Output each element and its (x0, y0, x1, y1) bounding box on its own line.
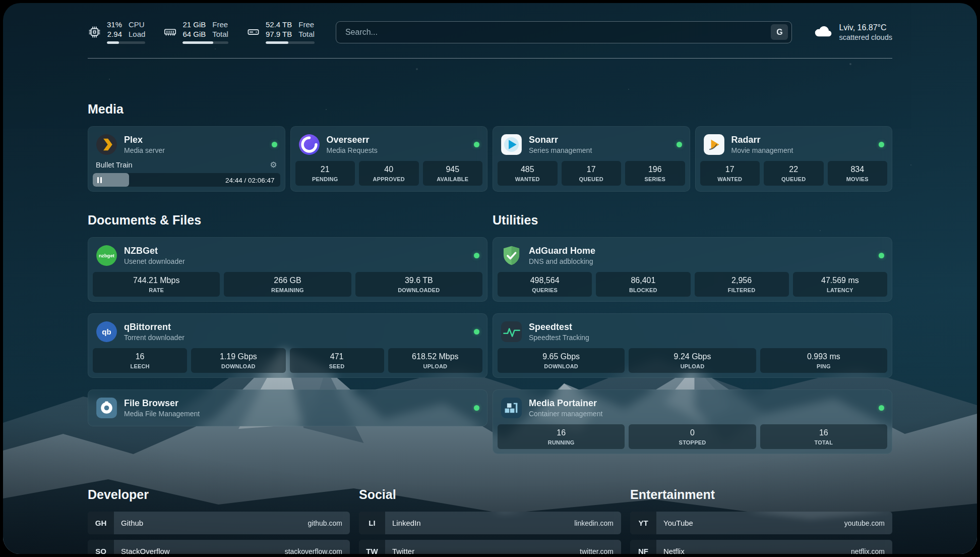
filebrowser-header[interactable]: File Browser Media File Management (93, 395, 482, 421)
bookmark-linkedin[interactable]: LI LinkedIn linkedin.com (359, 512, 621, 534)
service-name: Radarr (731, 135, 793, 145)
overseerr-icon (298, 134, 320, 155)
service-card-sonarr: Sonarr Series management 485 WANTED 17 Q… (493, 126, 690, 192)
cpu-load-value: 2.94 (107, 30, 122, 39)
service-card-adguard: AdGuard Home DNS and adblocking 498,564 … (493, 237, 892, 302)
speedtest-header[interactable]: Speedtest Speedtest Tracking (498, 318, 887, 348)
bookmark-twitter[interactable]: TW Twitter twitter.com (359, 540, 621, 554)
bookmark-github[interactable]: GH Github github.com (88, 512, 350, 534)
bookmark-abbr: LI (359, 512, 385, 534)
bookmark-youtube[interactable]: YT YouTube youtube.com (630, 512, 892, 534)
bookmark-abbr: NF (630, 540, 656, 554)
stat-approved: 40 APPROVED (359, 161, 419, 186)
service-description: Container management (529, 410, 602, 418)
status-dot (879, 253, 884, 258)
stat-stopped: 0 STOPPED (629, 424, 756, 449)
section-title-utilities: Utilities (493, 213, 892, 228)
bookmark-url: linkedin.com (574, 519, 621, 527)
weather-location: Lviv, 16.87°C (839, 23, 892, 32)
search-input[interactable] (344, 27, 771, 37)
now-playing-title: Bullet Train (96, 161, 133, 169)
section-documents: Documents & Files nzbget NZBGet Usenet d… (88, 213, 487, 426)
service-card-speedtest: Speedtest Speedtest Tracking 9.65 Gbps D… (493, 313, 892, 378)
plex-icon (96, 134, 117, 155)
stat-upload: 9.24 Gbps UPLOAD (629, 348, 756, 373)
service-description: Media server (124, 146, 165, 154)
bookmark-label: Github (114, 519, 143, 527)
service-description: DNS and adblocking (529, 257, 595, 265)
sonarr-header[interactable]: Sonarr Series management (498, 131, 685, 161)
service-name: Overseerr (327, 135, 378, 145)
search-provider-button[interactable]: G (771, 24, 788, 40)
stat-download: 9.65 Gbps DOWNLOAD (498, 348, 625, 373)
status-dot (879, 142, 884, 147)
service-card-portainer: Media Portainer Container management 16 … (493, 389, 892, 454)
nzbget-icon: nzbget (96, 245, 117, 266)
service-card-filebrowser: File Browser Media File Management (88, 389, 487, 426)
gear-icon[interactable]: ⚙ (270, 161, 277, 169)
bookmark-netflix[interactable]: NF Netflix netflix.com (630, 540, 892, 554)
speedtest-icon (501, 321, 522, 343)
bookmark-group-social: Social LI LinkedIn linkedin.com TW Twitt… (359, 487, 621, 554)
bookmark-url: twitter.com (580, 547, 621, 554)
stat-pending: 21 PENDING (295, 161, 355, 186)
disk-usage-bar (266, 41, 315, 44)
section-title-developer: Developer (88, 487, 350, 502)
bookmark-abbr: GH (88, 512, 114, 534)
sonarr-icon (501, 134, 522, 155)
service-card-radarr: Radarr Movie management 17 WANTED 22 QUE… (695, 126, 893, 192)
bookmark-abbr: YT (630, 512, 656, 534)
service-card-overseerr: Overseerr Media Requests 21 PENDING 40 A… (290, 126, 488, 192)
service-description: Speedtest Tracking (529, 333, 589, 342)
search-bar: G (336, 21, 792, 43)
stat-movies: 834 MOVIES (828, 161, 888, 186)
stat-available: 945 AVAILABLE (423, 161, 483, 186)
pause-icon[interactable] (97, 177, 102, 183)
radarr-header[interactable]: Radarr Movie management (700, 131, 888, 161)
portainer-icon (501, 397, 522, 419)
service-name: Speedtest (529, 322, 589, 332)
stat-seed: 471 SEED (290, 348, 384, 373)
overseerr-header[interactable]: Overseerr Media Requests (295, 131, 483, 161)
service-card-nzbget: nzbget NZBGet Usenet downloader 744.21 M… (88, 237, 487, 302)
stat-series: 196 SERIES (625, 161, 685, 186)
bookmark-abbr: SO (88, 540, 114, 554)
status-dot (879, 405, 884, 411)
weather-widget: Lviv, 16.87°C scattered clouds (813, 22, 892, 43)
dashboard-screen: 31% CPU 2.94 Load (3, 3, 977, 554)
disk-widget: 52.4 TB Free 97.9 TB Total (247, 20, 315, 44)
nzbget-header[interactable]: nzbget NZBGet Usenet downloader (93, 242, 482, 272)
stat-filtered: 2,956 FILTERED (695, 272, 789, 297)
stat-wanted: 485 WANTED (498, 161, 558, 186)
cloud-icon (813, 22, 832, 43)
section-media: Media Plex Media server (88, 102, 892, 192)
stat-download: 1.19 Gbps DOWNLOAD (191, 348, 285, 373)
cpu-usage-bar (107, 41, 145, 44)
svg-text:qb: qb (102, 327, 111, 336)
memory-usage-bar (182, 41, 228, 44)
qbittorrent-header[interactable]: qb qBittorrent Torrent downloader (93, 318, 482, 348)
disk-total-label: Total (298, 30, 315, 39)
adguard-header[interactable]: AdGuard Home DNS and adblocking (498, 242, 887, 272)
memory-widget: 21 GiB Free 64 GiB Total (163, 20, 228, 44)
status-dot (474, 142, 479, 147)
section-title-documents: Documents & Files (88, 213, 487, 228)
bookmark-url: github.com (308, 519, 350, 527)
service-name: File Browser (124, 398, 200, 409)
bookmark-group-entertainment: Entertainment YT YouTube youtube.com NF … (630, 487, 892, 554)
plex-header[interactable]: Plex Media server (93, 131, 280, 161)
service-description: Usenet downloader (124, 257, 185, 265)
adguard-icon (501, 245, 522, 266)
snow-specks (3, 3, 4, 4)
stat-blocked: 86,401 BLOCKED (596, 272, 690, 297)
cpu-percent: 31% (107, 20, 122, 29)
portainer-header[interactable]: Media Portainer Container management (498, 395, 887, 424)
cpu-load-label: Load (129, 30, 145, 39)
stat-queued: 17 QUEUED (562, 161, 622, 186)
status-dot (474, 253, 479, 258)
stat-wanted: 17 WANTED (700, 161, 760, 186)
weather-condition: scattered clouds (839, 33, 892, 41)
service-description: Media File Management (124, 410, 200, 418)
bookmark-stackoverflow[interactable]: SO StackOverflow stackoverflow.com (88, 540, 350, 554)
status-dot (677, 142, 682, 147)
